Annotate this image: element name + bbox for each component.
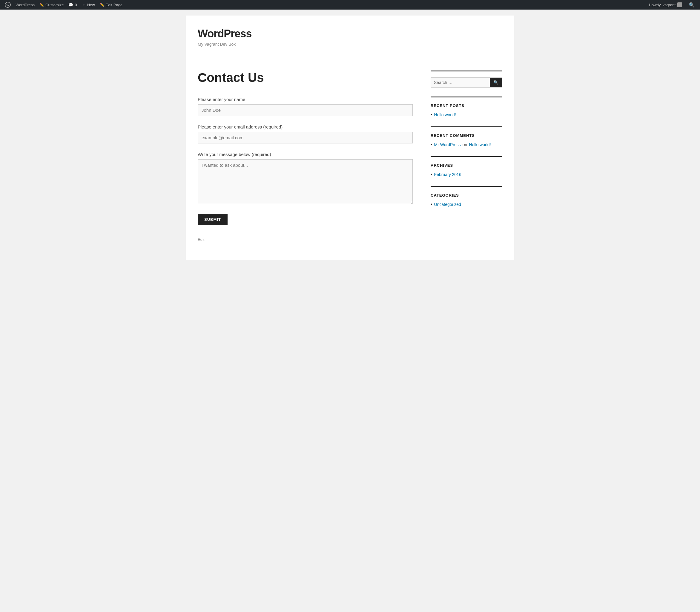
edit-page-label: Edit Page (106, 3, 123, 7)
site-title[interactable]: WordPress (198, 27, 502, 40)
site-header: WordPress My Vagrant Dev Box (198, 27, 502, 53)
admin-bar-wordpress[interactable]: WordPress (13, 0, 37, 10)
search-button[interactable]: 🔍 (490, 78, 502, 87)
archives-section: ARCHIVES February 2016 (431, 156, 502, 177)
admin-search-icon[interactable]: 🔍 (686, 0, 698, 10)
admin-bar-edit-page[interactable]: ✏️ Edit Page (97, 0, 125, 10)
list-item: Mr WordPress on Hello world! (431, 142, 502, 147)
category-link[interactable]: Uncategorized (434, 202, 461, 207)
admin-bar-customize[interactable]: ✏️ Customize (37, 0, 66, 10)
recent-posts-divider (431, 97, 502, 97)
email-label: Please enter your email address (require… (198, 124, 413, 129)
wordpress-label: WordPress (16, 3, 35, 7)
comment-post-link[interactable]: Hello world! (469, 142, 491, 147)
admin-bar-comments[interactable]: 💬 0 (66, 0, 79, 10)
archive-link[interactable]: February 2016 (434, 172, 461, 177)
admin-bar-new[interactable]: ＋ New (80, 0, 97, 10)
message-label: Write your message below (required) (198, 152, 413, 157)
search-divider (431, 70, 502, 71)
comment-on-text: on (462, 142, 467, 147)
search-form: 🔍 (431, 78, 502, 87)
edit-link[interactable]: Edit (198, 237, 413, 242)
recent-comments-section: RECENT COMMENTS Mr WordPress on Hello wo… (431, 126, 502, 147)
recent-posts-section: RECENT POSTS Hello world! (431, 97, 502, 117)
howdy-text[interactable]: Howdy, vagrant (646, 2, 685, 7)
archives-heading: ARCHIVES (431, 163, 502, 168)
edit-pencil-icon: ✏️ (100, 3, 104, 7)
customize-label: Customize (45, 3, 63, 7)
archives-divider (431, 156, 502, 157)
pencil-icon: ✏️ (40, 3, 44, 7)
page-wrapper: WordPress My Vagrant Dev Box Contact Us … (0, 10, 700, 612)
howdy-label: Howdy, vagrant (649, 3, 675, 7)
name-input[interactable] (198, 104, 413, 116)
comment-author-link[interactable]: Mr WordPress (434, 142, 461, 147)
recent-comments-list: Mr WordPress on Hello world! (431, 142, 502, 147)
content-area: Contact Us Please enter your name Please… (198, 70, 413, 242)
admin-bar-right: Howdy, vagrant 🔍 (646, 0, 698, 10)
categories-heading: CATEGORIES (431, 193, 502, 197)
plus-icon: ＋ (82, 2, 86, 8)
comments-count: 0 (75, 3, 77, 7)
comment-bubble-icon: 💬 (68, 3, 73, 7)
categories-list: Uncategorized (431, 202, 502, 207)
list-item: Uncategorized (431, 202, 502, 207)
search-input[interactable] (431, 78, 490, 87)
recent-post-link[interactable]: Hello world! (434, 112, 456, 117)
wp-logo-item[interactable]: W (2, 0, 13, 10)
archives-list: February 2016 (431, 172, 502, 177)
site-description: My Vagrant Dev Box (198, 42, 502, 46)
sidebar-search-section: 🔍 (431, 70, 502, 87)
recent-posts-list: Hello world! (431, 112, 502, 117)
sidebar: 🔍 RECENT POSTS Hello world! (431, 70, 502, 216)
list-item: February 2016 (431, 172, 502, 177)
admin-bar: W WordPress ✏️ Customize 💬 0 ＋ New ✏️ Ed… (0, 0, 700, 10)
new-label: New (87, 3, 95, 7)
email-input[interactable] (198, 132, 413, 143)
avatar-icon (677, 2, 682, 7)
categories-divider (431, 186, 502, 187)
site-container: WordPress My Vagrant Dev Box Contact Us … (186, 16, 514, 260)
wp-logo-icon: W (5, 2, 11, 8)
recent-comments-divider (431, 126, 502, 127)
submit-button[interactable]: SUBMIT (198, 214, 228, 225)
recent-comments-heading: RECENT COMMENTS (431, 133, 502, 138)
message-field-group: Write your message below (required) (198, 152, 413, 205)
contact-form: Please enter your name Please enter your… (198, 97, 413, 225)
list-item: Hello world! (431, 112, 502, 117)
page-title: Contact Us (198, 70, 413, 85)
search-icon: 🔍 (494, 80, 498, 85)
recent-posts-heading: RECENT POSTS (431, 103, 502, 108)
email-field-group: Please enter your email address (require… (198, 124, 413, 143)
categories-section: CATEGORIES Uncategorized (431, 186, 502, 207)
message-textarea[interactable] (198, 159, 413, 204)
main-layout: Contact Us Please enter your name Please… (198, 70, 502, 242)
name-label: Please enter your name (198, 97, 413, 102)
name-field-group: Please enter your name (198, 97, 413, 116)
